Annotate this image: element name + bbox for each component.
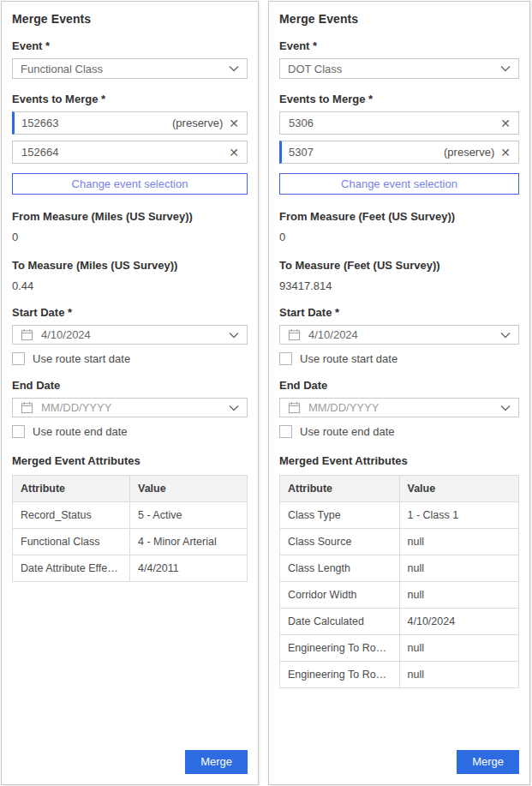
from-measure-label: From Measure (Miles (US Survey)) [12,210,248,223]
start-date-value: 4/10/2024 [41,328,91,341]
event-to-merge-item[interactable]: 152664 ✕ [12,141,248,164]
chevron-down-icon [229,405,239,411]
attribute-cell: Engineering To RouteID [280,635,400,662]
merged-event-attributes-title: Merged Event Attributes [279,454,519,467]
chevron-down-icon [229,332,239,339]
use-route-end-date-row: Use route end date [279,425,519,438]
merge-events-workspace: Merge Events Event * Functional Class Ev… [0,0,532,786]
value-cell: 5 - Active [130,502,248,529]
end-date-input[interactable]: MM/DD/YYYY [12,398,248,417]
preserve-badge: (preserve) [172,117,223,129]
panel-footer: Merge [12,750,248,774]
use-route-start-date-row: Use route start date [279,352,519,365]
chevron-down-icon [229,65,239,72]
value-cell: null [399,635,519,662]
start-date-input[interactable]: 4/10/2024 [279,325,519,345]
panel-footer: Merge [279,750,519,774]
attribute-column-header: Attribute [280,476,400,502]
attribute-cell: Functional Class [13,529,130,555]
table-row: Corridor Width null [280,582,519,609]
to-measure-label: To Measure (Feet (US Survey)) [279,259,519,272]
from-measure-value: 0 [279,231,519,243]
chevron-down-icon [500,405,511,411]
value-cell: 4/10/2024 [399,609,519,635]
preserve-badge: (preserve) [444,146,494,159]
event-to-merge-item[interactable]: 152663 (preserve) ✕ [12,111,248,135]
table-row: Class Source null [280,529,519,555]
end-date-placeholder: MM/DD/YYYY [41,401,111,414]
table-row: Date Attribute Effective 4/4/2011 [13,555,248,582]
use-route-end-date-row: Use route end date [12,425,248,438]
calendar-icon [21,328,33,341]
close-icon[interactable]: ✕ [500,117,511,129]
merged-event-attributes-table: Attribute Value Class Type 1 - Class 1 C… [279,475,519,688]
event-label: Event * [12,39,248,52]
attribute-cell: Corridor Width [280,582,400,609]
close-icon[interactable]: ✕ [229,147,239,159]
event-id: 5307 [289,146,444,159]
value-column-header: Value [399,476,519,502]
calendar-icon [288,328,301,341]
change-event-selection-button[interactable]: Change event selection [12,173,248,195]
close-icon[interactable]: ✕ [500,147,511,159]
start-date-label: Start Date * [12,306,248,319]
use-route-end-date-checkbox[interactable] [279,425,292,438]
value-cell: 4 - Minor Arterial [130,529,248,555]
change-event-selection-button[interactable]: Change event selection [279,173,519,195]
chevron-down-icon [500,332,511,339]
events-to-merge-label: Events to Merge * [279,93,519,105]
value-cell: 4/4/2011 [130,555,248,582]
table-row: Date Calculated 4/10/2024 [280,609,519,635]
event-label: Event * [279,39,519,52]
from-measure-value: 0 [12,231,248,243]
panel-title: Merge Events [279,12,519,26]
attribute-cell: Date Attribute Effective [13,555,130,582]
to-measure-value: 0.44 [12,279,248,292]
end-date-label: End Date [279,379,519,392]
event-id: 152663 [21,117,172,129]
end-date-input[interactable]: MM/DD/YYYY [279,398,519,417]
value-column-header: Value [130,476,248,502]
close-icon[interactable]: ✕ [229,117,239,129]
use-route-end-date-checkbox[interactable] [12,425,25,438]
merge-events-panel-left: Merge Events Event * Functional Class Ev… [1,1,259,785]
event-select[interactable]: DOT Class [279,58,519,79]
table-row: Record_Status 5 - Active [13,502,248,529]
use-route-start-date-checkbox[interactable] [279,352,292,365]
table-row: Class Length null [280,555,519,582]
value-cell: null [399,662,519,688]
value-cell: 1 - Class 1 [399,502,519,529]
chevron-down-icon [500,65,511,72]
from-measure-label: From Measure (Feet (US Survey)) [279,210,519,223]
table-row: Class Type 1 - Class 1 [280,502,519,529]
events-to-merge-label: Events to Merge * [12,93,248,105]
use-route-end-date-label: Use route end date [300,425,395,438]
event-to-merge-item[interactable]: 5307 (preserve) ✕ [279,141,519,164]
event-select-value: Functional Class [21,63,103,75]
use-route-start-date-label: Use route start date [33,352,130,365]
table-row: Engineering To Route ... null [280,662,519,688]
value-cell: null [399,555,519,582]
event-id: 5306 [289,117,500,129]
event-to-merge-item[interactable]: 5306 ✕ [279,111,519,135]
attribute-cell: Date Calculated [280,609,400,635]
event-select[interactable]: Functional Class [12,58,248,79]
attribute-cell: Class Length [280,555,400,582]
start-date-input[interactable]: 4/10/2024 [12,325,248,345]
end-date-label: End Date [12,379,248,392]
use-route-start-date-row: Use route start date [12,352,248,365]
attribute-column-header: Attribute [13,476,130,502]
merged-event-attributes-title: Merged Event Attributes [12,454,248,467]
attribute-cell: Class Source [280,529,400,555]
use-route-start-date-checkbox[interactable] [12,352,25,365]
event-id: 152664 [21,146,229,159]
end-date-placeholder: MM/DD/YYYY [308,401,379,414]
merge-events-panel-right: Merge Events Event * DOT Class Events to… [268,1,530,785]
calendar-icon [288,401,301,414]
value-cell: null [399,529,519,555]
merge-button[interactable]: Merge [457,750,519,774]
panel-title: Merge Events [12,12,248,26]
value-cell: null [399,582,519,609]
merge-button[interactable]: Merge [185,750,248,774]
table-row: Engineering To RouteID null [280,635,519,662]
